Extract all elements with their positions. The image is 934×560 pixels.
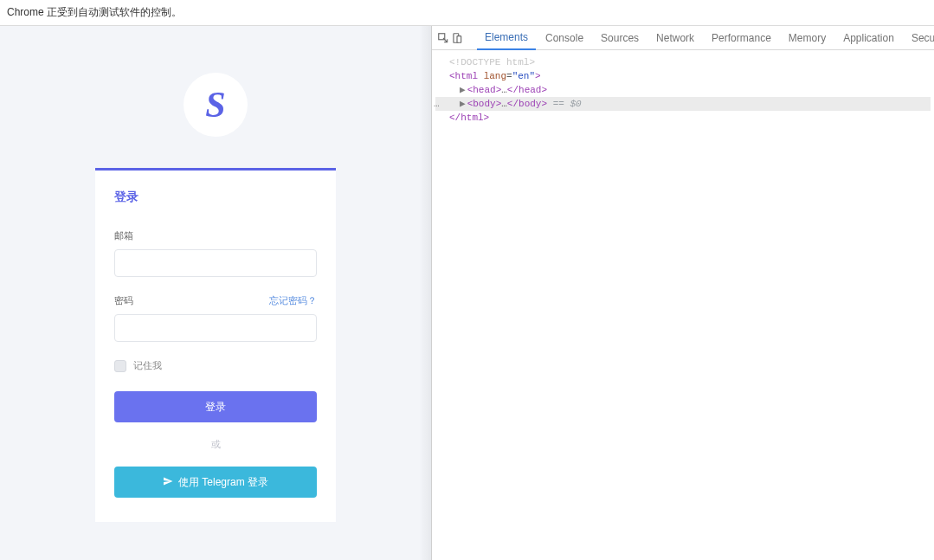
password-field[interactable]	[114, 314, 317, 342]
remember-me-label: 记住我	[133, 359, 162, 372]
paper-plane-icon	[163, 476, 173, 489]
dom-head[interactable]: ▶<head>…</head>	[435, 83, 931, 97]
dom-html-open[interactable]: <html lang="en">	[435, 69, 931, 83]
device-toolbar-icon[interactable]	[451, 29, 463, 47]
automation-notice-bar: Chrome 正受到自动测试软件的控制。	[0, 0, 934, 26]
remember-me-checkbox[interactable]	[114, 360, 126, 372]
forgot-password-link[interactable]: 忘记密码？	[269, 294, 317, 307]
dom-doctype[interactable]: <!DOCTYPE html>	[435, 55, 931, 69]
inspect-element-icon[interactable]	[437, 29, 449, 47]
tab-application[interactable]: Application	[835, 26, 902, 50]
tab-elements[interactable]: Elements	[477, 26, 536, 50]
devtools-toolbar: Elements Console Sources Network Perform…	[432, 26, 934, 50]
telegram-login-button[interactable]: 使用 Telegram 登录	[114, 467, 317, 498]
devtools-panel: Elements Console Sources Network Perform…	[431, 26, 934, 560]
email-label: 邮箱	[114, 229, 133, 242]
tab-performance[interactable]: Performance	[704, 26, 779, 50]
logo-letter: S	[205, 84, 225, 126]
login-button-label: 登录	[205, 400, 226, 415]
dom-tree[interactable]: <!DOCTYPE html> <html lang="en"> ▶<head>…	[432, 50, 934, 560]
tab-sources[interactable]: Sources	[593, 26, 647, 50]
tab-memory[interactable]: Memory	[781, 26, 834, 50]
login-heading: 登录	[114, 190, 317, 205]
tab-security[interactable]: Security	[904, 26, 934, 50]
divider-text: 或	[114, 438, 317, 451]
login-card: 登录 邮箱 密码 忘记密码？ 记住我 登录 或 使	[95, 168, 336, 522]
telegram-button-label: 使用 Telegram 登录	[178, 475, 268, 490]
app-logo: S	[184, 73, 248, 137]
svg-rect-2	[457, 35, 461, 42]
dom-html-close[interactable]: </html>	[435, 111, 931, 125]
tab-network[interactable]: Network	[648, 26, 702, 50]
password-label: 密码	[114, 294, 133, 307]
automation-notice-text: Chrome 正受到自动测试软件的控制。	[7, 6, 182, 18]
workspace: S 登录 邮箱 密码 忘记密码？ 记住我 登录 或	[0, 26, 934, 560]
login-button[interactable]: 登录	[114, 391, 317, 422]
page-content: S 登录 邮箱 密码 忘记密码？ 记住我 登录 或	[0, 26, 431, 560]
email-field[interactable]	[114, 249, 317, 277]
dom-body-selected[interactable]: ▶<body>…</body> == $0	[435, 97, 931, 111]
scroll-shadow	[419, 26, 431, 560]
tab-console[interactable]: Console	[538, 26, 591, 50]
